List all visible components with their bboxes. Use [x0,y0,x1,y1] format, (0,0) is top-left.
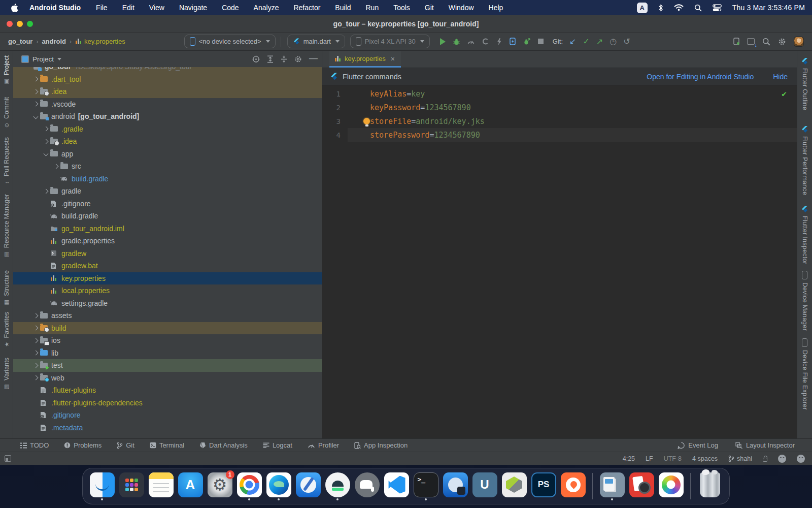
run-config-dropdown[interactable]: main.dart [287,35,345,48]
tool-window-button-profiler[interactable]: Profiler [308,441,339,449]
inspection-ok-icon[interactable]: ✔ [782,89,787,99]
tree-item-build-gradle[interactable]: build.gradle [13,210,322,223]
debug-icon[interactable] [453,38,460,45]
search-everywhere-icon[interactable] [762,38,770,46]
tree-item-flutter-plugins-dependencies[interactable]: .flutter-plugins-dependencies [13,397,322,409]
postman-dock-icon[interactable] [561,472,586,497]
chevron-down-icon[interactable] [33,114,39,119]
tree-item-test[interactable]: test [13,359,322,372]
sdk-manager-icon[interactable] [747,38,755,45]
open-in-android-studio-link[interactable]: Open for Editing in Android Studio [647,73,754,81]
sidebar-item-favorites[interactable]: ★Favorites [3,312,10,347]
screenshots-folder-dock-icon[interactable] [600,472,625,497]
mamp-dock-icon[interactable] [355,472,380,497]
photoshop-dock-icon[interactable] [531,472,556,497]
tree-item-gradlew-bat[interactable]: gradlew.bat [13,260,322,272]
tree-item-src[interactable]: src [13,160,322,173]
tree-item-settings-gradle[interactable]: settings.gradle [13,297,322,310]
line-ending[interactable]: LF [646,455,653,462]
editor-line-3[interactable]: 3storeFile=android/key.jks [322,114,797,128]
history-icon[interactable]: ◷ [610,38,617,46]
chevron-right-icon[interactable] [33,363,39,368]
tab-key-properties[interactable]: key.properties × [329,51,401,68]
tool-window-button-git[interactable]: Git [117,441,134,449]
window-title-bar[interactable]: go_tour – key.properties [go_tour_androi… [0,15,812,33]
tree-item-app[interactable]: app [13,148,322,161]
menu-item-help[interactable]: Help [489,4,503,12]
menu-clock[interactable]: Thu 3 Mar 3:53:46 PM [732,4,805,12]
tree-item-gitignore[interactable]: .gitignore [13,409,322,422]
tree-item-build[interactable]: build [13,322,322,335]
chevron-right-icon[interactable] [33,375,39,380]
dock-item-android-studio[interactable] [324,472,351,500]
update-project-icon[interactable]: ↙ [569,38,576,46]
breadcrumb-item-go-tour[interactable]: go_tour [8,38,32,45]
run-icon[interactable] [440,38,446,45]
menu-item-tools[interactable]: Tools [393,4,410,12]
lock-icon[interactable] [763,458,767,462]
terminal-dock-icon[interactable] [414,472,438,497]
menu-item-view[interactable]: View [149,4,164,12]
chevron-right-icon[interactable] [33,313,39,318]
xcode-beta-dock-icon[interactable] [443,472,468,497]
tree-item-dart-tool[interactable]: .dart_tool [13,73,322,86]
sidebar-item-commit[interactable]: ⊙Commit [3,97,10,129]
file-encoding[interactable]: UTF-8 [664,455,682,462]
chevron-right-icon[interactable] [44,126,49,132]
menu-item-build[interactable]: Build [335,4,351,12]
vscode-dock-icon[interactable] [384,472,409,497]
tree-item-go-tour-root[interactable]: go_tour /Desktop/Spiro Study Assets/go_t… [13,67,322,73]
bluetooth-icon[interactable] [658,4,663,12]
tool-window-button-layout-inspector[interactable]: Layout Inspector [735,441,795,449]
dock-item-xcode-beta[interactable] [442,472,468,500]
notes-dock-icon[interactable] [149,472,174,497]
tree-item-flutter-plugins[interactable]: .flutter-plugins [13,384,322,397]
dock-item-unity[interactable] [501,472,527,500]
tree-item-go-tour-android-iml[interactable]: go_tour_android.iml [13,223,322,235]
editor-body[interactable]: 1keyAlias=key2keyPassword=12345678903sto… [322,85,797,438]
chevron-right-icon[interactable] [44,188,49,194]
dock-item-system-preferences[interactable]: 1 [207,472,233,500]
system-preferences-dock-icon[interactable]: 1 [208,472,232,497]
tree-item-android[interactable]: android[go_tour_android] [13,110,322,123]
hide-panel-icon[interactable]: — [309,53,318,64]
coverage-icon[interactable] [482,38,489,45]
breadcrumb-item-android[interactable]: android [42,38,66,45]
tree-item-idea[interactable]: .idea [13,135,322,148]
profile-icon[interactable] [467,39,475,44]
dock-item-screenshots-folder[interactable] [599,472,625,500]
indent-setting[interactable]: 4 spaces [692,455,718,462]
u-app-dock-icon[interactable] [472,472,497,497]
dock-item-launchpad[interactable] [118,472,145,500]
close-tab-icon[interactable]: × [391,55,395,63]
menu-item-refactor[interactable]: Refactor [293,4,320,12]
editor-line-2[interactable]: 2keyPassword=1234567890 [322,101,797,114]
chevron-right-icon[interactable] [33,338,39,343]
dock-item-photos[interactable] [658,472,684,500]
tree-item-web[interactable]: web [13,372,322,385]
cards-app-dock-icon[interactable] [629,472,654,497]
sidebar-item-pull-requests[interactable]: ↕Pull Requests [3,137,10,185]
chevron-right-icon[interactable] [33,77,39,82]
tree-item-build-gradle[interactable]: build.gradle [13,173,322,185]
tree-item-vscode[interactable]: .vscode [13,98,322,111]
dock-item-vscode[interactable] [383,472,410,500]
wifi-icon[interactable] [674,4,684,11]
breadcrumb-item-key-properties[interactable]: key.properties [75,38,125,45]
tree-item-ios[interactable]: ios [13,334,322,347]
dock-item-finder[interactable] [89,472,115,500]
tool-window-button-todo[interactable]: TODO [20,441,49,449]
settings-icon[interactable] [294,55,302,63]
dock-item-notes[interactable] [148,472,174,500]
expand-all-icon[interactable] [267,55,274,63]
hide-banner-link[interactable]: Hide [773,73,788,81]
chevron-right-icon[interactable] [33,351,39,356]
dock-item-u-app[interactable] [471,472,498,500]
menu-item-analyze[interactable]: Analyze [254,4,279,12]
settings-icon[interactable] [778,38,786,46]
launchpad-dock-icon[interactable] [119,472,144,497]
edge-dock-icon[interactable] [266,472,291,497]
chevron-right-icon[interactable] [44,139,49,144]
chrome-dock-icon[interactable] [237,472,262,497]
git-branch-widget[interactable]: shahi [728,455,752,462]
